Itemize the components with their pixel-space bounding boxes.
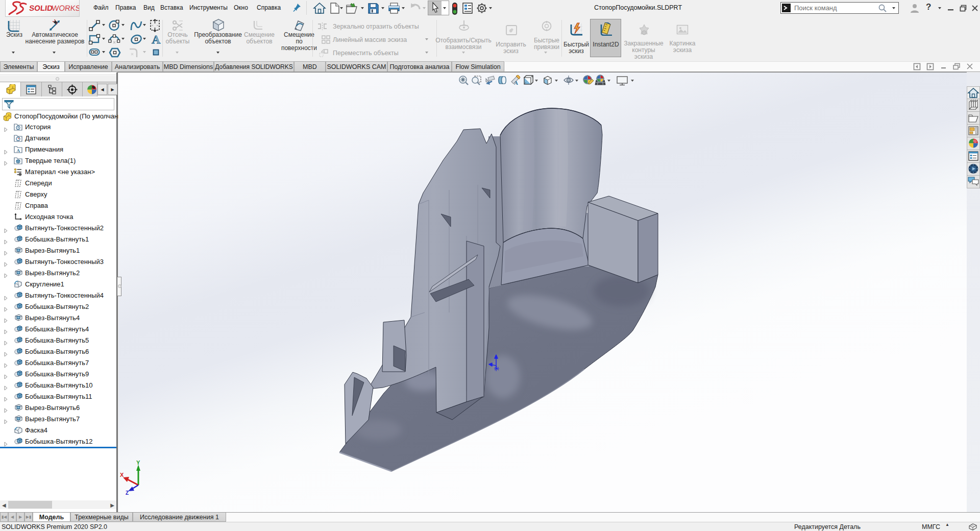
svg-text:WORKS: WORKS [51, 4, 79, 13]
svg-text:A: A [514, 80, 518, 86]
svg-text:A: A [17, 148, 20, 153]
svg-text:SOLID: SOLID [29, 4, 53, 13]
